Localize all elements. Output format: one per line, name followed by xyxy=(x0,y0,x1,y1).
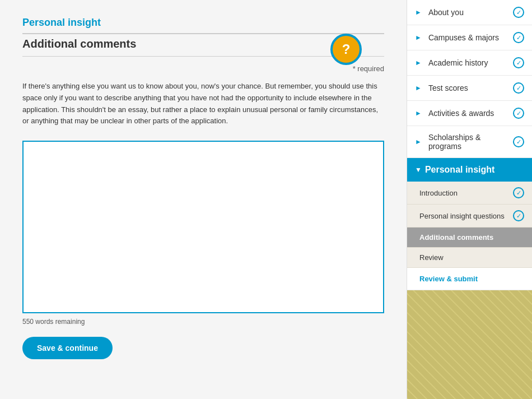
sidebar-campuses[interactable]: ► Campuses & majors ✓ xyxy=(407,25,532,50)
sidebar-sub-review[interactable]: Review xyxy=(407,248,532,268)
check-icon-piq: ✓ xyxy=(513,210,524,221)
check-icon-campuses: ✓ xyxy=(513,32,524,43)
sidebar-test-scores[interactable]: ► Test scores ✓ xyxy=(407,76,532,101)
sidebar-label-campuses: Campuses & majors xyxy=(428,33,499,42)
sidebar-sub-personal-insight-questions[interactable]: Personal insight questions ✓ xyxy=(407,205,532,228)
sidebar-about-you[interactable]: ► About you ✓ xyxy=(407,0,532,25)
sidebar-label-about-you: About you xyxy=(428,8,464,17)
sidebar-item-about-you[interactable]: ► About you ✓ xyxy=(407,0,532,25)
check-icon-academic-history: ✓ xyxy=(513,57,524,68)
sidebar-label-personal-insight: Personal insight xyxy=(425,165,494,175)
sidebar-review-submit[interactable]: Review & submit xyxy=(407,268,532,290)
sidebar-label-test-scores: Test scores xyxy=(428,83,468,92)
chevron-right-icon: ► xyxy=(415,34,422,41)
sidebar: ► About you ✓ ► Campuses & majors ✓ ► Ac… xyxy=(407,0,532,399)
sidebar-activities[interactable]: ► Activities & awards ✓ xyxy=(407,101,532,126)
chevron-right-icon: ► xyxy=(415,84,422,92)
sidebar-label-scholarships: Scholarships & programs xyxy=(428,133,513,151)
sidebar-academic-history[interactable]: ► Academic history ✓ xyxy=(407,50,532,76)
chevron-right-icon: ► xyxy=(415,109,422,117)
description-text: If there's anything else you want us to … xyxy=(22,81,384,127)
chevron-down-icon: ▼ xyxy=(415,166,422,174)
check-icon-test-scores: ✓ xyxy=(513,82,524,94)
sidebar-item-personal-insight[interactable]: ▼ Personal insight xyxy=(407,158,532,182)
sidebar-label-academic-history: Academic history xyxy=(428,58,488,67)
main-content: Personal insight Additional comments ? *… xyxy=(0,0,407,399)
save-continue-button[interactable]: Save & continue xyxy=(22,337,113,359)
check-icon-introduction: ✓ xyxy=(513,187,524,198)
section-title: Personal insight xyxy=(22,17,384,34)
comment-textarea[interactable] xyxy=(24,142,383,310)
sidebar-personal-insight-section: ▼ Personal insight Introduction ✓ Person… xyxy=(407,158,532,290)
check-icon-about-you: ✓ xyxy=(513,7,524,18)
sidebar-item-academic-history[interactable]: ► Academic history ✓ xyxy=(407,50,532,75)
sidebar-item-campuses[interactable]: ► Campuses & majors ✓ xyxy=(407,25,532,50)
question-mark-icon: ? xyxy=(342,41,351,57)
check-icon-activities: ✓ xyxy=(513,108,524,119)
divider xyxy=(22,56,384,57)
sidebar-sub-label-introduction: Introduction xyxy=(419,189,458,197)
chevron-right-icon: ► xyxy=(415,8,422,16)
comment-textarea-wrapper xyxy=(22,141,384,313)
chevron-right-icon: ► xyxy=(415,138,422,146)
sidebar-sub-additional-comments[interactable]: Additional comments xyxy=(407,228,532,248)
required-label: * required xyxy=(22,64,384,73)
sidebar-sub-introduction[interactable]: Introduction ✓ xyxy=(407,182,532,205)
sidebar-sub-label-piq: Personal insight questions xyxy=(419,212,505,220)
sidebar-sub-label-review: Review xyxy=(419,253,444,262)
sidebar-label-activities: Activities & awards xyxy=(428,109,494,118)
sidebar-item-activities[interactable]: ► Activities & awards ✓ xyxy=(407,101,532,126)
sidebar-item-scholarships[interactable]: ► Scholarships & programs ✓ xyxy=(407,126,532,157)
sidebar-sub-label-additional-comments: Additional comments xyxy=(419,233,493,242)
chevron-right-icon: ► xyxy=(415,59,422,67)
sidebar-label-review-submit: Review & submit xyxy=(419,275,478,283)
sidebar-decoration xyxy=(407,290,532,399)
sidebar-item-test-scores[interactable]: ► Test scores ✓ xyxy=(407,76,532,100)
word-count: 550 words remaining xyxy=(22,318,384,326)
sidebar-scholarships[interactable]: ► Scholarships & programs ✓ xyxy=(407,126,532,158)
check-icon-scholarships: ✓ xyxy=(513,136,524,147)
help-icon-button[interactable]: ? xyxy=(330,34,362,65)
